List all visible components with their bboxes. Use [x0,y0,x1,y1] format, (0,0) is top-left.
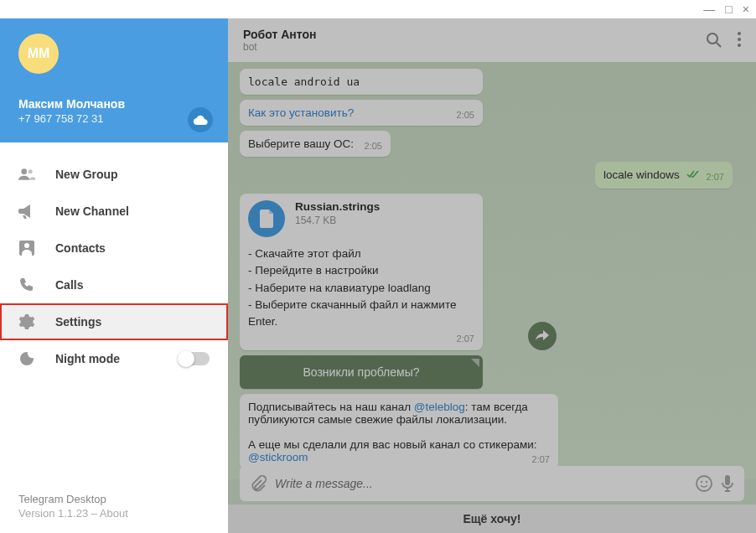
user-phone: +7 967 758 72 31 [18,112,210,125]
menu-label: Contacts [55,241,106,255]
user-name: Максим Молчанов [18,97,210,111]
menu-new-group[interactable]: New Group [0,156,228,193]
svg-point-1 [28,169,33,173]
svg-point-3 [24,243,29,248]
user-avatar[interactable]: ММ [18,34,59,74]
sidebar-menu: New Group New Channel Contacts Calls Set… [0,142,228,377]
svg-point-0 [21,168,27,174]
window-titlebar: — □ × [0,0,756,18]
group-icon [18,166,35,183]
night-mode-toggle[interactable] [179,352,210,365]
megaphone-icon [18,203,35,220]
person-icon [18,240,35,256]
gear-icon [18,313,35,330]
app-name: Telegram Desktop [18,493,210,505]
sidebar-drawer: ММ Максим Молчанов +7 967 758 72 31 New … [0,18,228,533]
sidebar-header: ММ Максим Молчанов +7 967 758 72 31 [0,18,228,142]
menu-label: Night mode [55,352,120,365]
menu-label: New Group [55,168,118,181]
menu-calls[interactable]: Calls [0,266,228,303]
menu-night-mode[interactable]: Night mode [0,340,228,377]
sidebar-footer: Telegram Desktop Version 1.1.23 – About [0,479,228,533]
app-version[interactable]: Version 1.1.23 – About [18,507,210,520]
chat-area: Робот Антон bot locale android ua Как эт… [228,18,756,533]
menu-label: Calls [55,278,83,292]
menu-new-channel[interactable]: New Channel [0,193,228,230]
moon-icon [18,350,35,367]
menu-settings[interactable]: Settings [0,303,228,340]
menu-label: New Channel [55,204,129,218]
modal-overlay[interactable] [228,18,756,533]
menu-label: Settings [55,315,101,329]
close-button[interactable]: × [743,3,749,16]
phone-icon [18,277,35,293]
minimize-button[interactable]: — [703,3,715,16]
menu-contacts[interactable]: Contacts [0,230,228,266]
maximize-button[interactable]: □ [725,3,732,16]
